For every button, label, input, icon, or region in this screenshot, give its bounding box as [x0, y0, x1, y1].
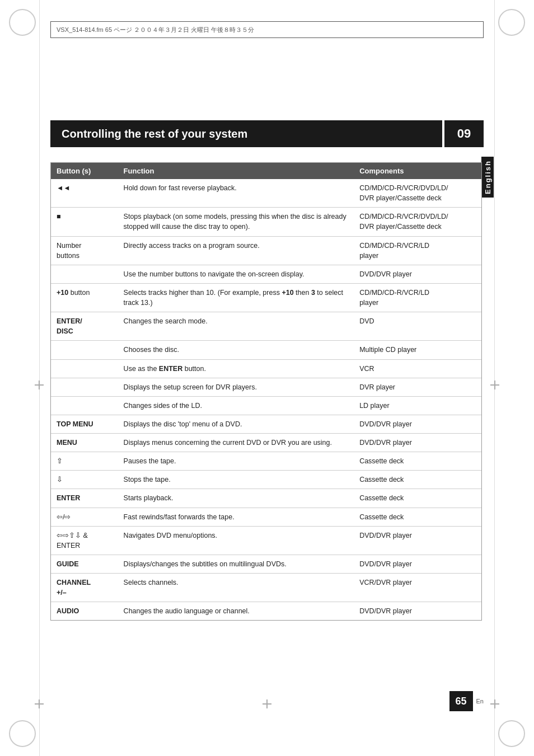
table-row: TOP MENUDisplays the disc 'top' menu of …	[51, 415, 481, 433]
table-cell-function: Navigates DVD menu/options.	[118, 526, 354, 555]
table-cell-function: Changes the search mode.	[118, 312, 354, 341]
table-cell-button: ⇧	[51, 452, 118, 471]
table-cell-components: CD/MD/CD-R/VCR/DVD/LD/ DVR player/Casset…	[354, 208, 481, 236]
table-cell-button: CHANNEL +/–	[51, 574, 118, 602]
table-cell-components: DVR player	[354, 378, 481, 396]
corner-decoration-tr	[495, 6, 528, 39]
table-row: CHANNEL +/–Selects channels.VCR/DVR play…	[51, 574, 481, 602]
table-cell-button: ⇦/⇨	[51, 508, 118, 526]
table-cell-components: VCR	[354, 359, 481, 378]
main-table-container: Button (s) Function Components ◄◄Hold do…	[50, 162, 482, 621]
table-row: ⇦/⇨Fast rewinds/fast forwards the tape.C…	[51, 508, 481, 526]
chapter-number: 09	[457, 126, 471, 141]
corner-decoration-br	[495, 717, 528, 750]
col-header-button: Button (s)	[51, 163, 118, 179]
main-table: Button (s) Function Components ◄◄Hold do…	[51, 163, 481, 620]
chapter-title: Controlling the rest of your system	[62, 128, 247, 140]
page-en: En	[476, 698, 484, 705]
corner-decoration-tl	[6, 6, 39, 39]
margin-line-right	[494, 0, 495, 756]
table-cell-button: MENU	[51, 434, 118, 452]
table-cell-components: Cassette deck	[354, 508, 481, 526]
table-cell-button	[51, 396, 118, 415]
chapter-header: Controlling the rest of your system 09	[50, 120, 484, 147]
page-number-box: 65	[449, 691, 473, 711]
chapter-number-box: 09	[444, 120, 484, 147]
table-cell-button: ■	[51, 208, 118, 236]
table-cell-components: DVD/DVR player	[354, 555, 481, 573]
table-row: Chooses the disc.Multiple CD player	[51, 341, 481, 359]
file-header-text: VSX_514-814.fm 65 ページ ２００４年３月２日 火曜日 午後８時…	[57, 26, 254, 34]
table-row: MENUDisplays menus concerning the curren…	[51, 434, 481, 452]
table-cell-button: ◄◄	[51, 179, 118, 208]
table-row: ◄◄Hold down for fast reverse playback.CD…	[51, 179, 481, 208]
table-row: Use the number buttons to navigate the o…	[51, 265, 481, 283]
english-side-label: English	[481, 157, 494, 198]
chapter-title-box: Controlling the rest of your system	[50, 120, 442, 147]
table-cell-button: TOP MENU	[51, 415, 118, 433]
table-cell-function: Stops playback (on some models, pressing…	[118, 208, 354, 236]
table-cell-components: DVD/DVR player	[354, 265, 481, 283]
table-row: GUIDEDisplays/changes the subtitles on m…	[51, 555, 481, 573]
table-cell-function: Fast rewinds/fast forwards the tape.	[118, 508, 354, 526]
table-cell-function: Selects channels.	[118, 574, 354, 602]
table-cell-components: CD/MD/CD-R/VCR/LD player	[354, 283, 481, 312]
table-row: Use as the ENTER button.VCR	[51, 359, 481, 378]
table-cell-components: LD player	[354, 396, 481, 415]
table-cell-function: Changes sides of the LD.	[118, 396, 354, 415]
table-row: ENTER/ DISCChanges the search mode.DVD	[51, 312, 481, 341]
mid-cross-left-bottom	[35, 699, 44, 708]
table-cell-components: CD/MD/CD-R/VCR/LD player	[354, 236, 481, 265]
col-header-components: Components	[354, 163, 481, 179]
table-cell-function: Hold down for fast reverse playback.	[118, 179, 354, 208]
table-cell-components: Multiple CD player	[354, 341, 481, 359]
page-number: 65	[456, 696, 467, 707]
table-cell-button	[51, 265, 118, 283]
table-row: ⇩Stops the tape.Cassette deck	[51, 471, 481, 489]
table-cell-components: VCR/DVR player	[354, 574, 481, 602]
table-cell-function: Selects tracks higher than 10. (For exam…	[118, 283, 354, 312]
table-row: AUDIOChanges the audio language or chann…	[51, 602, 481, 621]
table-cell-button: AUDIO	[51, 602, 118, 621]
table-cell-function: Use the number buttons to navigate the o…	[118, 265, 354, 283]
table-cell-components: DVD/DVR player	[354, 526, 481, 555]
table-cell-function: Use as the ENTER button.	[118, 359, 354, 378]
table-cell-components: Cassette deck	[354, 452, 481, 471]
table-row: ⇧Pauses the tape.Cassette deck	[51, 452, 481, 471]
table-cell-function: Displays the setup screen for DVR player…	[118, 378, 354, 396]
table-cell-function: Displays the disc 'top' menu of a DVD.	[118, 415, 354, 433]
table-cell-components: CD/MD/CD-R/VCR/DVD/LD/ DVR player/Casset…	[354, 179, 481, 208]
table-row: +10 buttonSelects tracks higher than 10.…	[51, 283, 481, 312]
table-cell-function: Stops the tape.	[118, 471, 354, 489]
table-cell-button: Number buttons	[51, 236, 118, 265]
table-cell-button: ENTER	[51, 489, 118, 508]
table-cell-function: Changes the audio language or channel.	[118, 602, 354, 621]
table-cell-button	[51, 378, 118, 396]
table-cell-components: DVD/DVR player	[354, 602, 481, 621]
table-cell-button	[51, 359, 118, 378]
table-cell-function: Displays menus concerning the current DV…	[118, 434, 354, 452]
table-cell-function: Displays/changes the subtitles on multil…	[118, 555, 354, 573]
table-cell-components: Cassette deck	[354, 471, 481, 489]
table-cell-button: +10 button	[51, 283, 118, 312]
corner-decoration-bl	[6, 717, 39, 750]
table-cell-components: DVD	[354, 312, 481, 341]
table-row: ■Stops playback (on some models, pressin…	[51, 208, 481, 236]
table-row: Changes sides of the LD.LD player	[51, 396, 481, 415]
table-cell-button: ⇩	[51, 471, 118, 489]
table-cell-button: GUIDE	[51, 555, 118, 573]
table-cell-components: DVD/DVR player	[354, 415, 481, 433]
table-cell-components: DVD/DVR player	[354, 434, 481, 452]
table-cell-button: ⇦⇨⇧⇩ & ENTER	[51, 526, 118, 555]
table-cell-components: Cassette deck	[354, 489, 481, 508]
table-row: ⇦⇨⇧⇩ & ENTERNavigates DVD menu/options.D…	[51, 526, 481, 555]
footer-area: 65 En	[50, 691, 484, 711]
table-row: Displays the setup screen for DVR player…	[51, 378, 481, 396]
mid-cross-left	[35, 381, 44, 389]
table-row: Number buttonsDirectly access tracks on …	[51, 236, 481, 265]
col-header-function: Function	[118, 163, 354, 179]
table-row: ENTERStarts playback.Cassette deck	[51, 489, 481, 508]
table-cell-function: Pauses the tape.	[118, 452, 354, 471]
margin-line-left	[39, 0, 40, 756]
table-cell-function: Directly access tracks on a program sour…	[118, 236, 354, 265]
